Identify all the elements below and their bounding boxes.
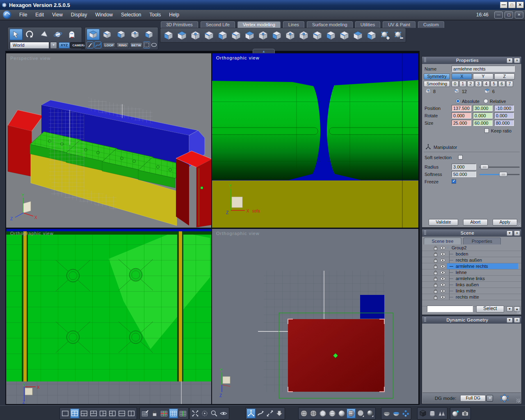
- panel-menu-button[interactable]: ▼: [507, 58, 513, 63]
- lock-icon[interactable]: [434, 288, 438, 294]
- lock-icon[interactable]: [434, 258, 438, 263]
- visibility-button[interactable]: [219, 409, 228, 418]
- vm-tool-8[interactable]: [257, 29, 269, 41]
- dg-mode-dropdown-button[interactable]: ▼: [486, 395, 493, 402]
- vm-tool-15[interactable]: [352, 29, 364, 41]
- window-titlebar[interactable]: ❋ Hexagon Version 2.5.0.5 — □ ✕: [0, 0, 525, 10]
- zoom-button[interactable]: [210, 409, 219, 418]
- panel-grip-icon[interactable]: [424, 58, 426, 63]
- tab-vertex-modeling[interactable]: Vertex modeling: [237, 21, 281, 28]
- panel-resize-grip[interactable]: [517, 223, 520, 226]
- size-z-input[interactable]: [494, 120, 514, 126]
- menu-tools[interactable]: Tools: [145, 12, 165, 18]
- position-y-input[interactable]: [473, 105, 493, 111]
- layout-split-right-button[interactable]: [98, 409, 107, 418]
- tree-item-label[interactable]: links mitte: [456, 288, 476, 293]
- size-x-input[interactable]: [452, 120, 471, 126]
- layout-single-button[interactable]: [61, 409, 70, 418]
- lock-icon[interactable]: [434, 251, 438, 257]
- tree-row-lehne[interactable]: lehne: [422, 269, 521, 276]
- menu-edit[interactable]: Edit: [31, 12, 48, 18]
- paint-select-button[interactable]: [87, 41, 94, 48]
- eye-icon[interactable]: [440, 246, 445, 250]
- tree-item-label[interactable]: links außen: [456, 282, 479, 287]
- vm-tool-5[interactable]: [216, 29, 228, 41]
- smoothing-5-button[interactable]: 5: [491, 81, 498, 87]
- lock-icon[interactable]: [434, 270, 438, 275]
- rotate-x-input[interactable]: [452, 112, 471, 119]
- panel-menu-button[interactable]: ▼: [507, 231, 513, 236]
- vm-tool-9[interactable]: [270, 29, 283, 41]
- eye-icon[interactable]: [440, 295, 445, 299]
- grid-y-plane-button[interactable]: [169, 409, 178, 418]
- symmetry-button[interactable]: Symmetry: [424, 73, 450, 80]
- app-maximize-button[interactable]: ▢: [504, 11, 513, 18]
- smoothing-1-button[interactable]: 1: [459, 81, 466, 87]
- freeze-checkbox[interactable]: [452, 179, 456, 184]
- face-selection-button[interactable]: [114, 29, 128, 40]
- vm-tool-14[interactable]: [338, 29, 350, 41]
- vm-tool-add-points[interactable]: [379, 29, 391, 41]
- layout-two-rows-button[interactable]: [117, 409, 126, 418]
- orbit-tool-button[interactable]: [51, 29, 64, 40]
- layout-split-left-button[interactable]: [108, 409, 117, 418]
- tree-item-label-selected[interactable]: armlehne rechts: [456, 264, 488, 269]
- symmetry-x-button[interactable]: X: [452, 73, 472, 80]
- rotate-y-input[interactable]: [473, 112, 493, 119]
- xyz-toggle-button[interactable]: XYZ: [59, 42, 70, 48]
- shading-material-button[interactable]: [356, 409, 365, 418]
- menu-view[interactable]: View: [48, 12, 67, 18]
- position-x-input[interactable]: [452, 105, 471, 111]
- layout-two-columns-button[interactable]: [127, 409, 136, 418]
- position-z-input[interactable]: [494, 105, 514, 111]
- smoothing-6-button[interactable]: 6: [498, 81, 505, 87]
- eye-icon[interactable]: [440, 283, 445, 287]
- ghost-mode-button[interactable]: [65, 29, 78, 40]
- render-camera-button[interactable]: [461, 409, 470, 418]
- lock-icon[interactable]: [434, 282, 438, 288]
- grid-z-plane-button[interactable]: [178, 409, 187, 418]
- grid-edit-button[interactable]: [141, 409, 150, 418]
- radius-slider[interactable]: [479, 167, 520, 168]
- loop-select-button[interactable]: LOOP: [103, 42, 115, 48]
- tab-utilities[interactable]: Utilities: [355, 21, 380, 28]
- scene-search-input[interactable]: [427, 306, 473, 312]
- tree-row-rechts-mitte[interactable]: rechts mitte: [422, 294, 521, 300]
- shading-smooth-wire-button[interactable]: [347, 409, 356, 418]
- backface-shaded-button[interactable]: [392, 409, 401, 418]
- show-points-button[interactable]: [401, 409, 410, 418]
- shading-textured-button[interactable]: [365, 409, 374, 418]
- between-select-button[interactable]: BETW: [130, 42, 142, 48]
- shading-smooth-button[interactable]: [337, 409, 346, 418]
- lock-icon[interactable]: [434, 245, 438, 251]
- tree-row-links-aussen[interactable]: links außen: [422, 282, 521, 288]
- vm-tool-3[interactable]: [189, 29, 201, 41]
- symmetry-y-button[interactable]: Y: [473, 73, 493, 80]
- rectangle-marquee-button[interactable]: [143, 41, 150, 48]
- panel-resize-grip[interactable]: [517, 310, 520, 314]
- cone-tool-button[interactable]: [37, 29, 50, 40]
- ring-select-button[interactable]: RING: [116, 42, 129, 48]
- os-minimize-button[interactable]: —: [500, 2, 507, 8]
- tab-scene-properties[interactable]: Properties: [463, 237, 501, 244]
- rotate-z-input[interactable]: [494, 112, 514, 119]
- shading-wireframe-button[interactable]: [299, 409, 308, 418]
- smoothing-3-button[interactable]: 3: [475, 81, 482, 87]
- lock-icon[interactable]: [434, 294, 438, 300]
- eye-icon[interactable]: [440, 258, 445, 262]
- vm-tool-11[interactable]: [297, 29, 310, 41]
- apply-button[interactable]: Apply: [493, 219, 517, 226]
- eye-icon[interactable]: [440, 289, 445, 293]
- menu-file[interactable]: File: [15, 12, 31, 18]
- edge-selection-button[interactable]: [100, 29, 114, 40]
- vm-tool-16[interactable]: [365, 29, 377, 41]
- eye-icon[interactable]: [440, 277, 445, 281]
- tree-row-armlehne-links[interactable]: armlehne links: [422, 276, 521, 282]
- keep-ratio-label[interactable]: Keep ratio: [491, 128, 511, 133]
- panel-resize-grip[interactable]: [516, 399, 520, 402]
- universal-manipulator-button[interactable]: [247, 409, 256, 418]
- tree-item-label[interactable]: armlehne links: [456, 276, 485, 281]
- rotate-view-tool-button[interactable]: [23, 29, 37, 40]
- coordinate-space-dropdown-button[interactable]: ▼: [50, 42, 57, 49]
- coordinate-space-select[interactable]: World: [10, 42, 49, 49]
